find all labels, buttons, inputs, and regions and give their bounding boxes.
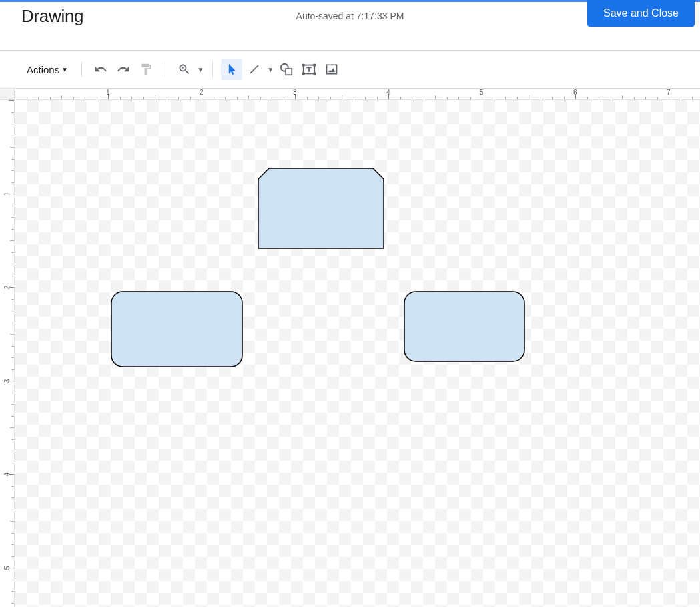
save-and-close-button[interactable]: Save and Close <box>587 0 695 27</box>
rounded-rectangle-shape-1[interactable] <box>111 292 242 367</box>
drawing-canvas[interactable] <box>15 100 700 607</box>
svg-rect-6 <box>314 73 316 75</box>
line-tool-button[interactable] <box>244 59 265 80</box>
shape-tool-button[interactable] <box>276 59 297 80</box>
horizontal-ruler[interactable]: 1234567 <box>15 88 700 100</box>
toolbar: Actions ▼ ▼ <box>0 51 700 88</box>
header: Drawing Auto-saved at 7:17:33 PM Save an… <box>0 2 700 30</box>
actions-label: Actions <box>27 64 59 75</box>
zoom-button[interactable] <box>173 59 195 80</box>
svg-rect-1 <box>286 69 292 75</box>
ruler-corner <box>0 88 15 100</box>
svg-rect-4 <box>314 64 316 67</box>
shapes-icon <box>279 62 294 77</box>
image-icon <box>325 63 338 76</box>
vertical-ruler[interactable]: 12345 <box>0 100 15 607</box>
redo-icon <box>117 63 130 76</box>
paint-roller-icon <box>139 63 153 76</box>
paint-format-button <box>135 59 157 80</box>
cursor-icon <box>225 63 238 76</box>
autosave-status: Auto-saved at 7:17:33 PM <box>296 11 404 21</box>
line-tool[interactable]: ▼ <box>244 59 274 80</box>
textbox-tool-button[interactable] <box>298 59 320 80</box>
zoom-in-icon <box>178 63 191 76</box>
svg-rect-5 <box>302 73 305 75</box>
rounded-rectangle-shape-2[interactable] <box>404 292 524 361</box>
zoom-tool[interactable]: ▼ <box>173 59 204 80</box>
zoom-dropdown[interactable]: ▼ <box>195 66 204 73</box>
workspace: 1234567 12345 <box>0 88 700 607</box>
svg-rect-7 <box>327 65 337 73</box>
actions-menu-button[interactable]: Actions ▼ <box>21 60 73 79</box>
toolbar-separator <box>165 61 165 77</box>
line-icon <box>248 63 261 76</box>
textbox-icon <box>302 62 316 77</box>
svg-rect-3 <box>302 64 305 67</box>
undo-button[interactable] <box>90 59 111 80</box>
dialog-title: Drawing <box>21 6 83 27</box>
caret-down-icon: ▼ <box>61 66 68 73</box>
snip-corner-rectangle-shape[interactable] <box>258 168 384 248</box>
toolbar-separator <box>212 61 213 77</box>
image-tool-button[interactable] <box>321 59 342 80</box>
redo-button[interactable] <box>113 59 134 80</box>
line-dropdown[interactable]: ▼ <box>265 66 274 73</box>
toolbar-separator <box>81 61 82 77</box>
undo-icon <box>94 63 107 76</box>
canvas-svg <box>15 100 700 607</box>
select-tool-button[interactable] <box>221 59 242 80</box>
